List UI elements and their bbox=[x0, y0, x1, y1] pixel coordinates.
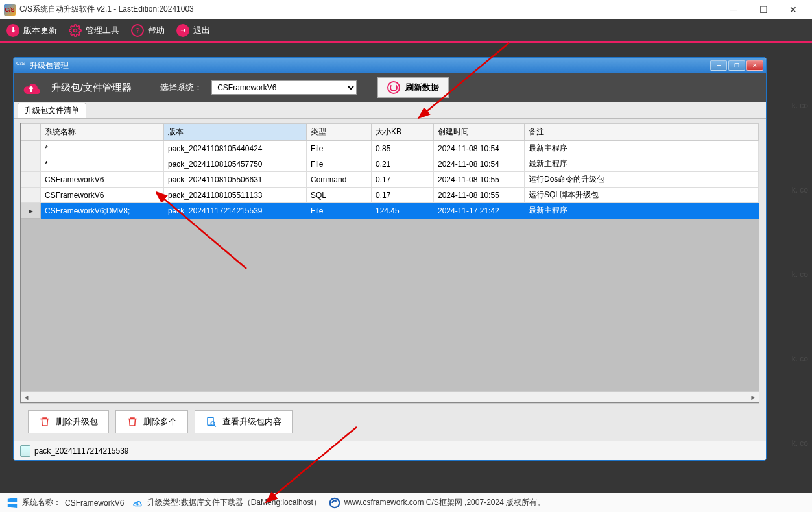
toolbar-label-update: 版本更新 bbox=[23, 25, 57, 36]
row-indicator bbox=[21, 156, 41, 172]
scroll-left-arrow[interactable]: ◄ bbox=[21, 394, 32, 401]
action-button-row: 删除升级包 删除多个 查看升级包内容 bbox=[20, 403, 759, 439]
refresh-data-button[interactable]: 刷新数据 bbox=[377, 77, 449, 98]
column-type[interactable]: 类型 bbox=[307, 124, 372, 141]
horizontal-scrollbar[interactable]: ◄ ► bbox=[21, 391, 759, 402]
toolbar-help[interactable]: ? 帮助 bbox=[131, 24, 165, 37]
column-system-name[interactable]: 系统名称 bbox=[41, 124, 164, 141]
search-document-icon bbox=[206, 416, 217, 428]
inner-maximize-button[interactable]: ❐ bbox=[728, 60, 745, 71]
inner-header: 升级包/文件管理器 选择系统： CSFrameworkV6 刷新数据 bbox=[14, 73, 766, 102]
view-package-content-button[interactable]: 查看升级包内容 bbox=[195, 410, 293, 433]
refresh-icon bbox=[387, 81, 400, 94]
cell-type: File bbox=[307, 141, 372, 156]
svg-point-0 bbox=[74, 29, 77, 32]
column-version[interactable]: 版本 bbox=[164, 124, 307, 141]
cell-created: 2024-11-08 10:54 bbox=[434, 141, 525, 156]
toolbar-label-help: 帮助 bbox=[148, 25, 165, 36]
refresh-label: 刷新数据 bbox=[405, 82, 439, 93]
delete-multiple-button[interactable]: 删除多个 bbox=[115, 410, 188, 433]
inner-minimize-button[interactable]: ━ bbox=[710, 60, 727, 71]
inner-header-title: 升级包/文件管理器 bbox=[51, 82, 132, 94]
system-select[interactable]: CSFrameworkV6 bbox=[211, 80, 357, 95]
cell-system: CSFrameworkV6;DMV8; bbox=[41, 203, 164, 219]
toolbar-label-exit: 退出 bbox=[193, 25, 210, 36]
client-area: k. co k. co k. co k. co k. co C/S 升级包管理 … bbox=[0, 43, 812, 493]
inner-close-button[interactable]: ✕ bbox=[746, 60, 763, 71]
window-maximize-button[interactable]: ☐ bbox=[748, 1, 778, 19]
app-icon: C/S bbox=[16, 60, 27, 71]
window-minimize-button[interactable]: ─ bbox=[719, 1, 748, 19]
windows-flag-icon bbox=[6, 497, 18, 509]
cell-size: 0.21 bbox=[372, 156, 434, 172]
window-close-button[interactable]: ✕ bbox=[778, 1, 808, 19]
watermark: k. co bbox=[792, 101, 808, 110]
cloud-upload-icon bbox=[20, 79, 42, 97]
cell-type: File bbox=[307, 156, 372, 172]
cell-type: Command bbox=[307, 172, 372, 188]
window-titlebar: C/S C/S系统自动升级软件 v2.1 - LastEdition:20241… bbox=[0, 0, 812, 19]
view-package-label: 查看升级包内容 bbox=[222, 416, 281, 428]
site-logo-icon bbox=[329, 497, 340, 509]
delete-multiple-label: 删除多个 bbox=[143, 416, 177, 428]
app-status-bar: 系统名称： CSFrameworkV6 升级类型:数据库文件下载器（DaMeng… bbox=[0, 493, 812, 512]
cell-version: pack_20241117214215539 bbox=[164, 203, 307, 219]
inner-status-bar: pack_20241117214215539 bbox=[14, 441, 766, 460]
cell-created: 2024-11-08 10:55 bbox=[434, 172, 525, 188]
table-row[interactable]: * pack_20241108105457750 File 0.21 2024-… bbox=[21, 156, 759, 172]
gear-icon bbox=[69, 24, 82, 37]
status-upgrade-type: 升级类型:数据库文件下载器（DaMeng:localhost） bbox=[147, 497, 320, 508]
cell-system: CSFrameworkV6 bbox=[41, 188, 164, 203]
status-site-info: www.csframework.com C/S框架网 ,2007-2024 版权… bbox=[344, 497, 545, 508]
inner-window-title: 升级包管理 bbox=[30, 60, 69, 71]
cell-size: 124.45 bbox=[372, 203, 434, 219]
row-indicator bbox=[21, 172, 41, 188]
grid-empty-area bbox=[21, 219, 759, 391]
selected-package-name: pack_20241117214215539 bbox=[34, 446, 128, 456]
cell-system: * bbox=[41, 156, 164, 172]
svg-rect-1 bbox=[208, 417, 213, 425]
cell-created: 2024-11-17 21:42 bbox=[434, 203, 525, 219]
cell-created: 2024-11-08 10:55 bbox=[434, 188, 525, 203]
column-created[interactable]: 创建时间 bbox=[434, 124, 525, 141]
delete-package-button[interactable]: 删除升级包 bbox=[28, 410, 109, 433]
table-row[interactable]: CSFrameworkV6 pack_20241108105511133 SQL… bbox=[21, 188, 759, 203]
delete-package-label: 删除升级包 bbox=[56, 416, 98, 428]
cell-type: SQL bbox=[307, 188, 372, 203]
toolbar-manage-tools[interactable]: 管理工具 bbox=[69, 24, 119, 37]
cell-created: 2024-11-08 10:54 bbox=[434, 156, 525, 172]
cell-version: pack_20241108105506631 bbox=[164, 172, 307, 188]
cell-remark: 最新主程序 bbox=[525, 203, 759, 219]
column-size[interactable]: 大小KB bbox=[372, 124, 434, 141]
cell-version: pack_20241108105440424 bbox=[164, 141, 307, 156]
cell-remark: 最新主程序 bbox=[525, 156, 759, 172]
toolbar-exit[interactable]: ➜ 退出 bbox=[176, 24, 210, 37]
table-row[interactable]: * pack_20241108105440424 File 0.85 2024-… bbox=[21, 141, 759, 156]
tab-package-list[interactable]: 升级包文件清单 bbox=[18, 103, 86, 118]
table-row[interactable]: ▸ CSFrameworkV6;DMV8; pack_2024111721421… bbox=[21, 203, 759, 219]
cell-remark: 运行SQL脚本升级包 bbox=[525, 188, 759, 203]
main-toolbar: ⬇ 版本更新 管理工具 ? 帮助 ➜ 退出 bbox=[0, 19, 812, 43]
row-indicator: ▸ bbox=[21, 203, 41, 219]
column-remark[interactable]: 备注 bbox=[525, 124, 759, 141]
row-indicator bbox=[21, 141, 41, 156]
table-row[interactable]: CSFrameworkV6 pack_20241108105506631 Com… bbox=[21, 172, 759, 188]
exit-icon: ➜ bbox=[176, 24, 189, 37]
cell-remark: 最新主程序 bbox=[525, 141, 759, 156]
status-system-value: CSFrameworkV6 bbox=[65, 498, 124, 507]
tab-strip: 升级包文件清单 bbox=[14, 102, 766, 119]
inner-window: C/S 升级包管理 ━ ❐ ✕ 升级包/文件管理器 选择系统： CSFramew… bbox=[13, 57, 767, 461]
row-indicator bbox=[21, 188, 41, 203]
cloud-download-icon bbox=[132, 497, 143, 509]
grid-container: 系统名称 版本 类型 大小KB 创建时间 备注 * pack_202411081… bbox=[14, 119, 766, 441]
cell-system: CSFrameworkV6 bbox=[41, 172, 164, 188]
data-grid[interactable]: 系统名称 版本 类型 大小KB 创建时间 备注 * pack_202411081… bbox=[20, 123, 759, 403]
trash-icon bbox=[39, 416, 51, 428]
app-icon: C/S bbox=[4, 4, 16, 16]
cell-version: pack_20241108105511133 bbox=[164, 188, 307, 203]
cell-size: 0.85 bbox=[372, 141, 434, 156]
download-icon: ⬇ bbox=[6, 24, 19, 37]
watermark: k. co bbox=[792, 186, 808, 195]
toolbar-version-update[interactable]: ⬇ 版本更新 bbox=[6, 24, 57, 37]
scroll-right-arrow[interactable]: ► bbox=[748, 394, 759, 401]
